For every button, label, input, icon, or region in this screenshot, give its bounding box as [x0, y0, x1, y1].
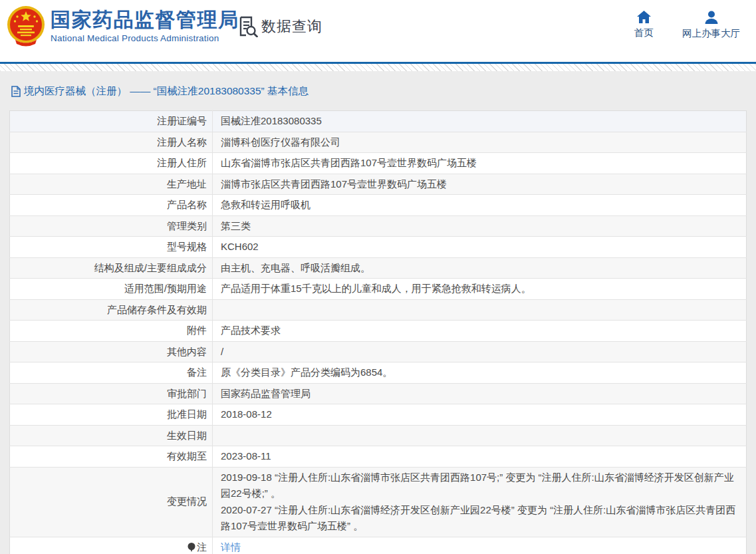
- row-label: 产品储存条件及有效期: [10, 299, 213, 321]
- breadcrumb: 境内医疗器械（注册） —— “国械注准20183080335” 基本信息: [11, 80, 745, 102]
- table-row: 有效期至2023-08-11: [10, 446, 747, 468]
- brand-block: 国家药品监督管理局 National Medical Products Admi…: [51, 9, 239, 43]
- document-icon: [11, 86, 21, 97]
- nav-item-home[interactable]: 首页: [629, 11, 658, 40]
- table-row: 产品储存条件及有效期: [10, 299, 747, 321]
- row-value: KCH602: [213, 237, 747, 258]
- nav-item-service-hall[interactable]: 网上办事大厅: [682, 11, 740, 40]
- row-value: 2018-08-12: [213, 404, 747, 426]
- data-query-label: 数据查询: [261, 17, 322, 37]
- data-query-section[interactable]: 数据查询: [238, 16, 322, 37]
- page-title: 境内医疗器械（注册） —— “国械注准20183080335” 基本信息: [24, 84, 309, 98]
- table-row: 注册证编号国械注准20183080335: [10, 111, 747, 132]
- row-value: 2019-09-18 “注册人住所:山东省淄博市张店区共青团西路107号;” 变…: [213, 467, 747, 537]
- table-row: 管理类别第三类: [10, 215, 747, 237]
- table-row: 注册人名称淄博科创医疗仪器有限公司: [10, 132, 747, 153]
- row-value: 产品适用于体重15千克以上的儿童和成人，用于紧急抢救和转运病人。: [213, 279, 747, 300]
- table-row: 变更情况2019-09-18 “注册人住所:山东省淄博市张店区共青团西路107号…: [10, 467, 747, 537]
- table-row: 生产地址淄博市张店区共青团西路107号壹世界数码广场五楼: [10, 174, 747, 195]
- table-row: 适用范围/预期用途产品适用于体重15千克以上的儿童和成人，用于紧急抢救和转运病人…: [10, 279, 747, 300]
- row-label: 适用范围/预期用途: [10, 279, 213, 300]
- top-nav: 首页 网上办事大厅: [629, 11, 740, 40]
- table-row: 备注原《分类目录》产品分类编码为6854。: [10, 362, 747, 384]
- registration-info-table: 注册证编号国械注准20183080335注册人名称淄博科创医疗仪器有限公司注册人…: [9, 110, 747, 554]
- national-emblem-logo: [7, 5, 45, 47]
- change-record-line: 2019-09-18 “注册人住所:山东省淄博市张店区共青团西路107号;” 变…: [221, 470, 738, 502]
- row-label: 有效期至: [10, 446, 213, 468]
- row-value: [213, 299, 747, 321]
- row-value: 产品技术要求: [213, 321, 747, 342]
- row-value: 由主机、充电器、呼吸活瓣组成。: [213, 257, 747, 279]
- org-name-zh: 国家药品监督管理局: [51, 9, 239, 31]
- row-label: 型号规格: [10, 237, 213, 258]
- row-value: 详情: [213, 537, 747, 554]
- row-value: 淄博市张店区共青团西路107号壹世界数码广场五楼: [213, 174, 747, 195]
- row-label: 审批部门: [10, 383, 213, 404]
- row-label: 批准日期: [10, 404, 213, 426]
- row-label: 注: [10, 537, 213, 554]
- row-label: 变更情况: [10, 467, 213, 537]
- row-label: 注册证编号: [10, 111, 213, 132]
- row-label: 注册人名称: [10, 132, 213, 153]
- row-value: [213, 425, 747, 446]
- nav-home-label: 首页: [634, 27, 654, 39]
- row-value: 原《分类目录》产品分类编码为6854。: [213, 362, 747, 384]
- row-value: 第三类: [213, 215, 747, 237]
- row-label: 其他内容: [10, 341, 213, 362]
- row-value: /: [213, 341, 747, 362]
- table-row: 附件产品技术要求: [10, 321, 747, 342]
- row-label: 生效日期: [10, 425, 213, 446]
- row-value: 急救和转运用呼吸机: [213, 195, 747, 216]
- table-row: 型号规格KCH602: [10, 237, 747, 258]
- row-value: 国家药品监督管理局: [213, 383, 747, 404]
- table-row: 结构及组成/主要组成成分由主机、充电器、呼吸活瓣组成。: [10, 257, 747, 279]
- row-value: 国械注准20183080335: [213, 111, 747, 132]
- row-label: 附件: [10, 321, 213, 342]
- table-row: 审批部门国家药品监督管理局: [10, 383, 747, 404]
- hatched-strip: [0, 64, 756, 71]
- main-content: 境内医疗器械（注册） —— “国械注准20183080335” 基本信息 注册证…: [0, 80, 756, 554]
- row-label: 生产地址: [10, 174, 213, 195]
- row-value: 2023-08-11: [213, 446, 747, 468]
- row-label: 备注: [10, 362, 213, 384]
- table-row: 注册人住所山东省淄博市张店区共青团西路107号壹世界数码广场五楼: [10, 153, 747, 174]
- detail-link[interactable]: 详情: [221, 541, 241, 553]
- document-search-icon: [238, 16, 258, 37]
- row-label: 结构及组成/主要组成成分: [10, 257, 213, 279]
- home-icon: [637, 11, 651, 23]
- table-row: 产品名称急救和转运用呼吸机: [10, 195, 747, 216]
- table-row: 其他内容/: [10, 341, 747, 362]
- table-row: 生效日期: [10, 425, 747, 446]
- change-record-line: 2020-07-27 “注册人住所:山东省淄博经济开发区创新产业园22号楼” 变…: [221, 502, 738, 535]
- row-label: 管理类别: [10, 215, 213, 237]
- row-value: 淄博科创医疗仪器有限公司: [213, 132, 747, 153]
- note-icon: [188, 543, 195, 552]
- row-value: 山东省淄博市张店区共青团西路107号壹世界数码广场五楼: [213, 153, 747, 174]
- row-label: 产品名称: [10, 195, 213, 216]
- org-name-en: National Medical Products Administration: [51, 33, 239, 43]
- nav-service-hall-label: 网上办事大厅: [682, 27, 740, 40]
- site-header: 国家药品监督管理局 National Medical Products Admi…: [0, 0, 756, 62]
- table-row: 批准日期2018-08-12: [10, 404, 747, 426]
- row-label: 注册人住所: [10, 153, 213, 174]
- user-icon: [704, 11, 719, 24]
- table-row: 注详情: [10, 537, 747, 554]
